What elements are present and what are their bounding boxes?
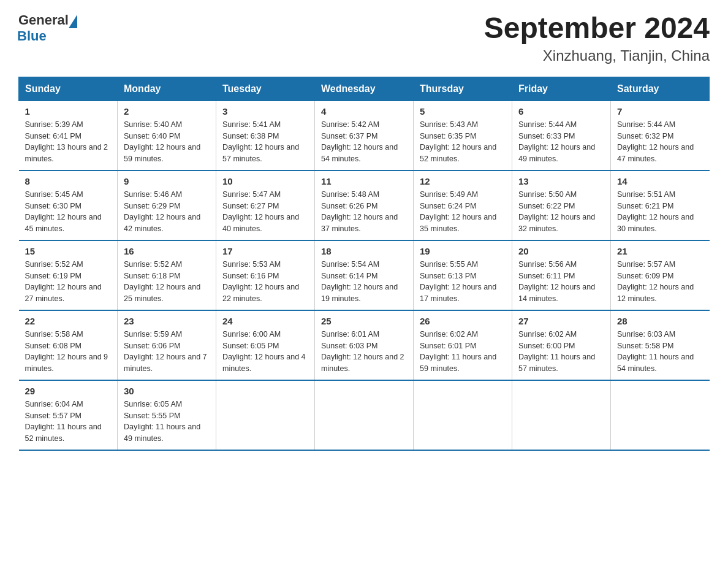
calendar-cell: 7 Sunrise: 5:44 AMSunset: 6:32 PMDayligh… [611,101,710,170]
day-info: Sunrise: 5:39 AMSunset: 6:41 PMDaylight:… [25,120,108,163]
day-number: 10 [222,176,308,186]
day-info: Sunrise: 6:00 AMSunset: 6:05 PMDaylight:… [222,330,306,373]
calendar-week-row: 15 Sunrise: 5:52 AMSunset: 6:19 PMDaylig… [19,240,710,310]
calendar-cell: 8 Sunrise: 5:45 AMSunset: 6:30 PMDayligh… [19,170,118,240]
day-number: 15 [25,246,112,256]
calendar-cell: 1 Sunrise: 5:39 AMSunset: 6:41 PMDayligh… [19,101,118,170]
day-number: 23 [124,316,210,326]
calendar-cell [315,380,414,450]
calendar-cell: 22 Sunrise: 5:58 AMSunset: 6:08 PMDaylig… [19,310,118,380]
calendar-title: September 2024 [484,12,710,45]
calendar-title-section: September 2024 Xinzhuang, Tianjin, China [484,12,710,64]
calendar-cell [414,380,512,450]
page-header: General Blue September 2024 Xinzhuang, T… [18,12,710,64]
day-number: 28 [617,316,703,326]
calendar-cell: 15 Sunrise: 5:52 AMSunset: 6:19 PMDaylig… [19,240,118,310]
calendar-cell: 28 Sunrise: 6:03 AMSunset: 5:58 PMDaylig… [611,310,710,380]
day-info: Sunrise: 5:51 AMSunset: 6:21 PMDaylight:… [617,190,694,233]
calendar-cell: 19 Sunrise: 5:55 AMSunset: 6:13 PMDaylig… [414,240,512,310]
day-info: Sunrise: 5:44 AMSunset: 6:33 PMDaylight:… [518,120,595,163]
calendar-cell [512,380,611,450]
day-number: 29 [25,386,112,396]
header-wednesday: Wednesday [315,77,414,101]
day-number: 22 [25,316,112,326]
day-number: 26 [420,316,506,326]
header-tuesday: Tuesday [216,77,315,101]
calendar-cell [611,380,710,450]
calendar-cell: 14 Sunrise: 5:51 AMSunset: 6:21 PMDaylig… [611,170,710,240]
day-number: 12 [420,176,506,186]
day-number: 25 [321,316,407,326]
calendar-cell: 6 Sunrise: 5:44 AMSunset: 6:33 PMDayligh… [512,101,611,170]
day-info: Sunrise: 5:58 AMSunset: 6:08 PMDaylight:… [25,330,108,373]
calendar-cell: 30 Sunrise: 6:05 AMSunset: 5:55 PMDaylig… [118,380,216,450]
calendar-cell: 29 Sunrise: 6:04 AMSunset: 5:57 PMDaylig… [19,380,118,450]
day-number: 16 [124,246,210,256]
day-info: Sunrise: 6:02 AMSunset: 6:01 PMDaylight:… [420,330,496,373]
calendar-cell: 27 Sunrise: 6:02 AMSunset: 6:00 PMDaylig… [512,310,611,380]
day-info: Sunrise: 5:53 AMSunset: 6:16 PMDaylight:… [222,260,299,303]
day-info: Sunrise: 5:45 AMSunset: 6:30 PMDaylight:… [25,190,102,233]
day-info: Sunrise: 5:54 AMSunset: 6:14 PMDaylight:… [321,260,398,303]
day-number: 27 [518,316,604,326]
day-info: Sunrise: 6:02 AMSunset: 6:00 PMDaylight:… [518,330,595,373]
calendar-cell: 17 Sunrise: 5:53 AMSunset: 6:16 PMDaylig… [216,240,315,310]
calendar-week-row: 8 Sunrise: 5:45 AMSunset: 6:30 PMDayligh… [19,170,710,240]
logo-triangle-icon [69,15,77,28]
calendar-cell: 23 Sunrise: 5:59 AMSunset: 6:06 PMDaylig… [118,310,216,380]
day-number: 3 [222,106,308,117]
day-info: Sunrise: 5:46 AMSunset: 6:29 PMDaylight:… [124,190,200,233]
calendar-cell: 20 Sunrise: 5:56 AMSunset: 6:11 PMDaylig… [512,240,611,310]
header-thursday: Thursday [414,77,512,101]
calendar-header-row: Sunday Monday Tuesday Wednesday Thursday… [19,77,710,101]
calendar-cell: 21 Sunrise: 5:57 AMSunset: 6:09 PMDaylig… [611,240,710,310]
day-info: Sunrise: 5:44 AMSunset: 6:32 PMDaylight:… [617,120,694,163]
day-info: Sunrise: 6:04 AMSunset: 5:57 PMDaylight:… [25,400,102,443]
calendar-cell: 2 Sunrise: 5:40 AMSunset: 6:40 PMDayligh… [118,101,216,170]
day-number: 13 [518,176,604,186]
day-number: 17 [222,246,308,256]
header-monday: Monday [118,77,216,101]
calendar-cell: 11 Sunrise: 5:48 AMSunset: 6:26 PMDaylig… [315,170,414,240]
calendar-cell: 25 Sunrise: 6:01 AMSunset: 6:03 PMDaylig… [315,310,414,380]
day-info: Sunrise: 5:59 AMSunset: 6:06 PMDaylight:… [124,330,207,373]
day-info: Sunrise: 5:40 AMSunset: 6:40 PMDaylight:… [124,120,200,163]
day-number: 18 [321,246,407,256]
day-info: Sunrise: 6:05 AMSunset: 5:55 PMDaylight:… [124,400,200,443]
day-info: Sunrise: 5:52 AMSunset: 6:18 PMDaylight:… [124,260,200,303]
day-info: Sunrise: 5:47 AMSunset: 6:27 PMDaylight:… [222,190,299,233]
day-number: 20 [518,246,604,256]
day-number: 6 [518,106,604,117]
calendar-cell: 13 Sunrise: 5:50 AMSunset: 6:22 PMDaylig… [512,170,611,240]
calendar-cell: 5 Sunrise: 5:43 AMSunset: 6:35 PMDayligh… [414,101,512,170]
calendar-cell: 16 Sunrise: 5:52 AMSunset: 6:18 PMDaylig… [118,240,216,310]
day-info: Sunrise: 6:01 AMSunset: 6:03 PMDaylight:… [321,330,404,373]
day-number: 24 [222,316,308,326]
calendar-cell: 18 Sunrise: 5:54 AMSunset: 6:14 PMDaylig… [315,240,414,310]
calendar-subtitle: Xinzhuang, Tianjin, China [484,47,710,64]
day-number: 1 [25,106,112,117]
day-number: 9 [124,176,210,186]
header-sunday: Sunday [19,77,118,101]
day-number: 21 [617,246,703,256]
day-info: Sunrise: 5:49 AMSunset: 6:24 PMDaylight:… [420,190,496,233]
header-friday: Friday [512,77,611,101]
day-number: 14 [617,176,703,186]
day-number: 5 [420,106,506,117]
calendar-cell: 4 Sunrise: 5:42 AMSunset: 6:37 PMDayligh… [315,101,414,170]
day-info: Sunrise: 5:43 AMSunset: 6:35 PMDaylight:… [420,120,496,163]
calendar-week-row: 1 Sunrise: 5:39 AMSunset: 6:41 PMDayligh… [19,101,710,170]
day-info: Sunrise: 5:50 AMSunset: 6:22 PMDaylight:… [518,190,595,233]
day-number: 30 [124,386,210,396]
logo: General Blue [18,12,77,44]
calendar-cell: 9 Sunrise: 5:46 AMSunset: 6:29 PMDayligh… [118,170,216,240]
day-number: 8 [25,176,112,186]
logo-general-text: General [18,12,69,28]
day-number: 11 [321,176,407,186]
calendar-cell [216,380,315,450]
day-info: Sunrise: 5:42 AMSunset: 6:37 PMDaylight:… [321,120,398,163]
calendar-table: Sunday Monday Tuesday Wednesday Thursday… [18,77,710,451]
calendar-week-row: 22 Sunrise: 5:58 AMSunset: 6:08 PMDaylig… [19,310,710,380]
calendar-cell: 26 Sunrise: 6:02 AMSunset: 6:01 PMDaylig… [414,310,512,380]
logo-blue-text: Blue [17,28,77,44]
